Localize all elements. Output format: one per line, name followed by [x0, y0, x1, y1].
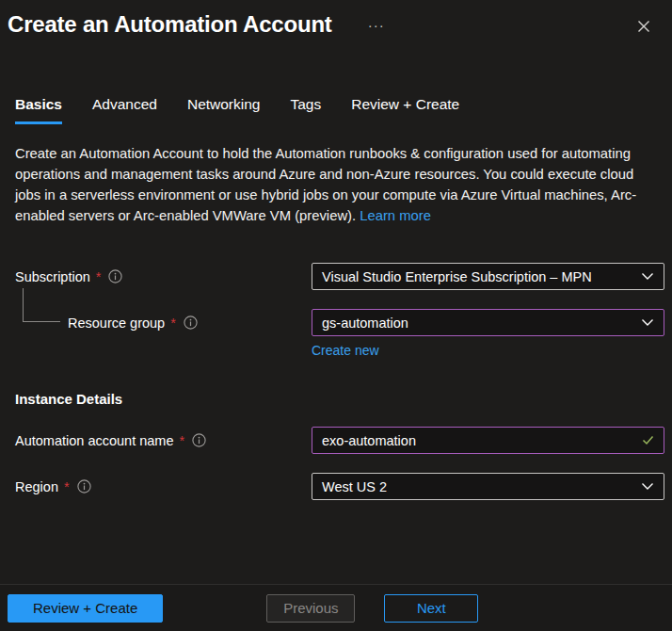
required-asterisk: *: [170, 316, 176, 331]
required-asterisk: *: [64, 479, 70, 494]
chevron-down-icon: [641, 482, 654, 491]
tab-basics[interactable]: Basics: [15, 96, 62, 124]
tab-review-create[interactable]: Review + Create: [351, 96, 459, 124]
subscription-value: Visual Studio Enterprise Subscription – …: [322, 269, 592, 284]
account-name-row: Automation account name *: [0, 427, 672, 454]
dialog-footer: Review + Create Previous Next: [0, 584, 672, 631]
instance-details-heading: Instance Details: [15, 391, 657, 407]
next-button[interactable]: Next: [384, 594, 478, 623]
region-dropdown[interactable]: West US 2: [312, 473, 664, 500]
info-icon[interactable]: [192, 433, 206, 447]
resource-group-value: gs-automation: [322, 316, 408, 331]
info-icon[interactable]: [77, 479, 91, 493]
tab-description: Create an Automation Account to hold the…: [15, 143, 657, 226]
tab-networking[interactable]: Networking: [187, 96, 261, 124]
region-value: West US 2: [322, 479, 387, 494]
region-label-group: Region *: [15, 479, 312, 494]
create-new-link[interactable]: Create new: [312, 343, 379, 358]
create-automation-account-dialog: Create an Automation Account ··· Basics …: [0, 0, 672, 631]
page-title: Create an Automation Account: [8, 9, 332, 40]
region-row: Region * West US 2: [0, 473, 672, 500]
required-asterisk: *: [96, 269, 102, 284]
review-create-button[interactable]: Review + Create: [8, 594, 163, 623]
subscription-label: Subscription: [15, 269, 90, 284]
tab-tags[interactable]: Tags: [290, 96, 321, 124]
chevron-down-icon: [641, 318, 654, 327]
subscription-row: Subscription * Visual Studio Enterprise …: [0, 263, 672, 290]
previous-button[interactable]: Previous: [266, 594, 355, 623]
valid-check-icon: [642, 435, 654, 445]
tab-bar: Basics Advanced Networking Tags Review +…: [0, 96, 672, 124]
account-name-input[interactable]: [322, 433, 642, 448]
account-name-field-wrapper: [312, 427, 664, 454]
chevron-down-icon: [641, 272, 654, 281]
more-options-icon[interactable]: ···: [368, 17, 385, 33]
resource-group-row: Resource group * gs-automation: [0, 309, 672, 336]
subscription-dropdown[interactable]: Visual Studio Enterprise Subscription – …: [312, 263, 664, 290]
resource-group-connector-line: [23, 288, 60, 322]
info-icon[interactable]: [184, 316, 198, 330]
account-name-label-group: Automation account name *: [15, 433, 312, 448]
description-text: Create an Automation Account to hold the…: [15, 146, 636, 223]
subscription-label-group: Subscription *: [15, 269, 312, 284]
dialog-header: Create an Automation Account ···: [0, 0, 672, 40]
learn-more-link[interactable]: Learn more: [360, 208, 431, 223]
create-new-row: Create new: [0, 343, 672, 358]
resource-group-label: Resource group: [68, 316, 165, 331]
resource-group-dropdown[interactable]: gs-automation: [312, 309, 664, 336]
tab-advanced[interactable]: Advanced: [92, 96, 157, 124]
info-icon[interactable]: [108, 269, 122, 283]
account-name-label: Automation account name: [15, 433, 173, 448]
basics-form: Subscription * Visual Studio Enterprise …: [0, 263, 672, 500]
region-label: Region: [15, 479, 58, 494]
close-icon[interactable]: [634, 17, 653, 36]
required-asterisk: *: [179, 433, 184, 448]
